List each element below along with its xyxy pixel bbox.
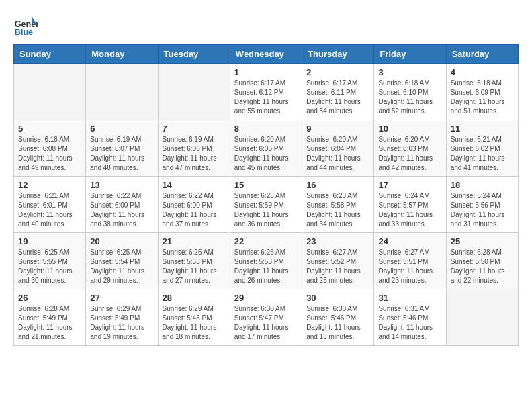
day-info: Sunrise: 6:22 AM Sunset: 6:00 PM Dayligh…: [90, 191, 153, 229]
day-number: 2: [306, 67, 369, 77]
day-info: Sunrise: 6:20 AM Sunset: 6:05 PM Dayligh…: [234, 135, 298, 173]
day-number: 9: [306, 124, 369, 134]
page-header: General Blue: [13, 13, 519, 38]
calendar-week-4: 19Sunrise: 6:25 AM Sunset: 5:55 PM Dayli…: [14, 233, 519, 289]
day-info: Sunrise: 6:24 AM Sunset: 5:56 PM Dayligh…: [451, 191, 514, 229]
logo-icon: General Blue: [13, 13, 38, 38]
day-number: 27: [90, 293, 153, 303]
calendar-cell: 25Sunrise: 6:28 AM Sunset: 5:50 PM Dayli…: [446, 233, 518, 289]
calendar-cell: 18Sunrise: 6:24 AM Sunset: 5:56 PM Dayli…: [446, 177, 518, 233]
day-info: Sunrise: 6:23 AM Sunset: 5:59 PM Dayligh…: [234, 191, 298, 229]
day-header-thursday: Thursday: [302, 45, 374, 64]
calendar-cell: [14, 64, 86, 120]
day-info: Sunrise: 6:26 AM Sunset: 5:53 PM Dayligh…: [234, 248, 298, 285]
day-number: 31: [378, 293, 441, 303]
calendar-cell: 29Sunrise: 6:30 AM Sunset: 5:47 PM Dayli…: [230, 289, 302, 346]
day-number: 10: [378, 124, 441, 134]
calendar-cell: 7Sunrise: 6:19 AM Sunset: 6:06 PM Daylig…: [158, 120, 230, 177]
day-info: Sunrise: 6:18 AM Sunset: 6:09 PM Dayligh…: [451, 79, 514, 116]
day-header-saturday: Saturday: [446, 45, 518, 64]
day-info: Sunrise: 6:28 AM Sunset: 5:50 PM Dayligh…: [451, 248, 514, 285]
calendar-week-1: 1Sunrise: 6:17 AM Sunset: 6:12 PM Daylig…: [14, 64, 519, 120]
day-number: 26: [18, 293, 81, 303]
day-info: Sunrise: 6:19 AM Sunset: 6:06 PM Dayligh…: [163, 135, 226, 173]
day-info: Sunrise: 6:18 AM Sunset: 6:08 PM Dayligh…: [18, 135, 81, 173]
day-info: Sunrise: 6:29 AM Sunset: 5:49 PM Dayligh…: [90, 304, 153, 342]
day-header-friday: Friday: [374, 45, 446, 64]
calendar-cell: 13Sunrise: 6:22 AM Sunset: 6:00 PM Dayli…: [86, 177, 158, 233]
day-info: Sunrise: 6:20 AM Sunset: 6:03 PM Dayligh…: [378, 135, 441, 173]
day-number: 1: [234, 67, 298, 77]
calendar-week-2: 5Sunrise: 6:18 AM Sunset: 6:08 PM Daylig…: [14, 120, 519, 177]
calendar-cell: 4Sunrise: 6:18 AM Sunset: 6:09 PM Daylig…: [446, 64, 518, 120]
calendar-cell: [158, 64, 230, 120]
day-number: 17: [378, 180, 441, 190]
day-info: Sunrise: 6:30 AM Sunset: 5:46 PM Dayligh…: [306, 304, 369, 342]
day-number: 29: [234, 293, 298, 303]
day-info: Sunrise: 6:29 AM Sunset: 5:48 PM Dayligh…: [163, 304, 226, 342]
day-number: 4: [451, 67, 514, 77]
day-number: 24: [378, 236, 441, 246]
day-number: 7: [163, 124, 226, 134]
calendar-cell: 9Sunrise: 6:20 AM Sunset: 6:04 PM Daylig…: [302, 120, 374, 177]
calendar-cell: 1Sunrise: 6:17 AM Sunset: 6:12 PM Daylig…: [230, 64, 302, 120]
day-info: Sunrise: 6:31 AM Sunset: 5:46 PM Dayligh…: [378, 304, 441, 342]
day-number: 5: [18, 124, 81, 134]
day-number: 6: [90, 124, 153, 134]
calendar-cell: 2Sunrise: 6:17 AM Sunset: 6:11 PM Daylig…: [302, 64, 374, 120]
calendar-cell: 5Sunrise: 6:18 AM Sunset: 6:08 PM Daylig…: [14, 120, 86, 177]
calendar-header-row: SundayMondayTuesdayWednesdayThursdayFrid…: [14, 45, 519, 64]
day-info: Sunrise: 6:21 AM Sunset: 6:02 PM Dayligh…: [451, 135, 514, 173]
calendar-week-5: 26Sunrise: 6:28 AM Sunset: 5:49 PM Dayli…: [14, 289, 519, 346]
day-info: Sunrise: 6:24 AM Sunset: 5:57 PM Dayligh…: [378, 191, 441, 229]
day-header-monday: Monday: [86, 45, 158, 64]
day-info: Sunrise: 6:20 AM Sunset: 6:04 PM Dayligh…: [306, 135, 369, 173]
day-info: Sunrise: 6:22 AM Sunset: 6:00 PM Dayligh…: [163, 191, 226, 229]
day-info: Sunrise: 6:25 AM Sunset: 5:55 PM Dayligh…: [18, 248, 81, 285]
calendar-cell: 19Sunrise: 6:25 AM Sunset: 5:55 PM Dayli…: [14, 233, 86, 289]
day-info: Sunrise: 6:19 AM Sunset: 6:07 PM Dayligh…: [90, 135, 153, 173]
calendar-cell: [446, 289, 518, 346]
day-number: 12: [18, 180, 81, 190]
day-number: 20: [90, 236, 153, 246]
calendar-cell: 30Sunrise: 6:30 AM Sunset: 5:46 PM Dayli…: [302, 289, 374, 346]
svg-text:Blue: Blue: [15, 28, 33, 37]
day-info: Sunrise: 6:23 AM Sunset: 5:58 PM Dayligh…: [306, 191, 369, 229]
calendar-cell: 28Sunrise: 6:29 AM Sunset: 5:48 PM Dayli…: [158, 289, 230, 346]
day-number: 13: [90, 180, 153, 190]
calendar-cell: 12Sunrise: 6:21 AM Sunset: 6:01 PM Dayli…: [14, 177, 86, 233]
day-number: 19: [18, 236, 81, 246]
calendar-cell: 3Sunrise: 6:18 AM Sunset: 6:10 PM Daylig…: [374, 64, 446, 120]
day-number: 18: [451, 180, 514, 190]
day-number: 15: [234, 180, 298, 190]
logo: General Blue: [13, 13, 40, 38]
day-number: 22: [234, 236, 298, 246]
calendar-cell: 26Sunrise: 6:28 AM Sunset: 5:49 PM Dayli…: [14, 289, 86, 346]
calendar-cell: 20Sunrise: 6:25 AM Sunset: 5:54 PM Dayli…: [86, 233, 158, 289]
calendar-cell: 24Sunrise: 6:27 AM Sunset: 5:51 PM Dayli…: [374, 233, 446, 289]
day-number: 25: [451, 236, 514, 246]
day-number: 3: [378, 67, 441, 77]
day-info: Sunrise: 6:21 AM Sunset: 6:01 PM Dayligh…: [18, 191, 81, 229]
day-header-sunday: Sunday: [14, 45, 86, 64]
calendar-cell: 14Sunrise: 6:22 AM Sunset: 6:00 PM Dayli…: [158, 177, 230, 233]
day-number: 8: [234, 124, 298, 134]
calendar-cell: 22Sunrise: 6:26 AM Sunset: 5:53 PM Dayli…: [230, 233, 302, 289]
day-info: Sunrise: 6:17 AM Sunset: 6:12 PM Dayligh…: [234, 79, 298, 116]
day-number: 14: [163, 180, 226, 190]
day-info: Sunrise: 6:26 AM Sunset: 5:53 PM Dayligh…: [163, 248, 226, 285]
day-number: 28: [163, 293, 226, 303]
day-info: Sunrise: 6:27 AM Sunset: 5:51 PM Dayligh…: [378, 248, 441, 285]
day-number: 16: [306, 180, 369, 190]
day-info: Sunrise: 6:28 AM Sunset: 5:49 PM Dayligh…: [18, 304, 81, 342]
calendar-cell: 11Sunrise: 6:21 AM Sunset: 6:02 PM Dayli…: [446, 120, 518, 177]
calendar-cell: 10Sunrise: 6:20 AM Sunset: 6:03 PM Dayli…: [374, 120, 446, 177]
day-header-wednesday: Wednesday: [230, 45, 302, 64]
day-header-tuesday: Tuesday: [158, 45, 230, 64]
calendar-week-3: 12Sunrise: 6:21 AM Sunset: 6:01 PM Dayli…: [14, 177, 519, 233]
day-number: 11: [451, 124, 514, 134]
calendar-cell: 27Sunrise: 6:29 AM Sunset: 5:49 PM Dayli…: [86, 289, 158, 346]
day-info: Sunrise: 6:18 AM Sunset: 6:10 PM Dayligh…: [378, 79, 441, 116]
calendar-cell: 15Sunrise: 6:23 AM Sunset: 5:59 PM Dayli…: [230, 177, 302, 233]
calendar-cell: 16Sunrise: 6:23 AM Sunset: 5:58 PM Dayli…: [302, 177, 374, 233]
